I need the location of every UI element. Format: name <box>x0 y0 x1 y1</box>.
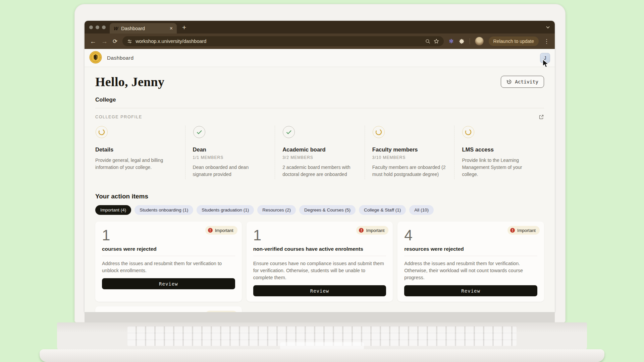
profile-item-members: 3/2 MEMBERS <box>282 155 357 160</box>
toolbar-divider <box>470 38 470 44</box>
app-header: Dashboard J <box>85 49 555 67</box>
profile-item-title: Dean <box>193 146 268 153</box>
action-card: Important 4 resources were rejected Addr… <box>397 222 544 302</box>
reload-icon[interactable]: ⟳ <box>113 39 117 44</box>
section-divider <box>95 108 544 108</box>
profile-item-description: 2 academic board members with doctoral d… <box>282 164 357 178</box>
profile-item-dean[interactable]: Dean 1/1 MEMBERS Dean onboarded and dean… <box>185 126 275 179</box>
badge-label: Important <box>215 228 233 233</box>
profile-item-description: Provide general, legal and billing infor… <box>95 157 178 171</box>
card-title: resources were rejected <box>404 246 537 256</box>
profile-item-description: Provide link to the Learning Management … <box>462 157 537 178</box>
profile-item-academic-board[interactable]: Academic board 3/2 MEMBERS 2 academic bo… <box>275 126 365 179</box>
page-content: Dashboard J Hello, Jenny Act <box>85 49 555 312</box>
bookmark-star-icon[interactable] <box>434 39 439 44</box>
card-title: non-verified courses have active enrolme… <box>253 246 386 256</box>
card-description: Ensure courses have no compliance issues… <box>253 260 386 281</box>
action-items-heading: Your action items <box>95 193 544 200</box>
important-badge: Important <box>356 226 388 235</box>
greeting-heading: Hello, Jenny <box>95 74 164 89</box>
screen-bottom-strip <box>85 312 555 322</box>
badge-label: Important <box>366 228 384 233</box>
college-profile-grid: Details Provide general, legal and billi… <box>95 126 544 179</box>
tab-favicon: W <box>114 26 118 31</box>
browser-window: W Dashboard × + ← → ⟳ workshop.x. <box>85 21 555 312</box>
action-cards-row-2: Important 12 <box>95 306 544 312</box>
filter-important[interactable]: Important (4) <box>95 205 131 215</box>
site-settings-icon[interactable] <box>127 39 132 44</box>
laptop-screen: W Dashboard × + ← → ⟳ workshop.x. <box>74 4 566 322</box>
badge-label: Important <box>517 228 536 233</box>
new-tab-button[interactable]: + <box>182 24 186 31</box>
extensions-puzzle-icon[interactable] <box>459 39 465 44</box>
profile-item-members: 1/1 MEMBERS <box>193 155 268 160</box>
relaunch-to-update-button[interactable]: Relaunch to update <box>489 37 539 46</box>
alert-icon <box>510 228 515 233</box>
progress-arc-icon <box>462 134 475 139</box>
alert-icon <box>208 228 213 233</box>
action-item-filters: Important (4) Students onboarding (1) St… <box>95 205 544 215</box>
card-description: Address the issues and resubmit them for… <box>102 260 235 274</box>
card-title: courses were rejected <box>102 246 235 256</box>
activity-button-label: Activity <box>515 79 538 84</box>
progress-arc-icon <box>95 134 108 139</box>
action-card-partial: Important 12 <box>95 306 242 312</box>
window-minimize-button[interactable] <box>96 25 99 29</box>
college-section-heading: College <box>95 97 544 103</box>
window-close-button[interactable] <box>89 25 93 29</box>
card-description: Address the issues and resubmit them for… <box>404 260 537 281</box>
profile-item-faculty-members[interactable]: Faculty members 3/10 MEMBERS Faculty mem… <box>365 126 454 179</box>
tab-close-icon[interactable]: × <box>170 26 173 31</box>
progress-arc-icon <box>372 134 385 139</box>
browser-profile-avatar[interactable] <box>475 37 484 46</box>
activity-button[interactable]: Activity <box>501 76 544 88</box>
profile-item-title: Academic board <box>282 146 357 153</box>
url-text[interactable]: workshop.x.university/dashboard <box>136 39 422 44</box>
alert-icon <box>359 228 364 233</box>
review-button[interactable]: Review <box>253 285 386 296</box>
profile-item-lms-access[interactable]: LMS access Provide link to the Learning … <box>454 126 544 179</box>
window-controls[interactable] <box>89 21 110 34</box>
important-badge: Important <box>205 226 237 235</box>
filter-all[interactable]: All (10) <box>409 205 434 215</box>
history-icon <box>506 79 512 84</box>
filter-college-staff[interactable]: College & Staff (1) <box>359 205 406 215</box>
university-seal-logo[interactable] <box>89 51 102 65</box>
back-icon[interactable]: ← <box>90 38 96 45</box>
profile-item-members: 3/10 MEMBERS <box>372 155 447 160</box>
laptop-front-edge <box>40 349 604 362</box>
laptop-base <box>57 322 587 351</box>
action-card: Important 1 courses were rejected Addres… <box>95 222 242 302</box>
important-badge: Important <box>507 226 540 235</box>
tab-title: Dashboard <box>121 26 166 31</box>
profile-item-description: Dean onboarded and dean signature provid… <box>193 164 268 178</box>
main-content: Hello, Jenny Activity College <box>85 67 555 312</box>
profile-item-title: Details <box>95 146 178 153</box>
forward-icon[interactable]: → <box>101 38 108 45</box>
filter-resources[interactable]: Resources (2) <box>257 205 296 215</box>
tab-search-chevron-icon[interactable] <box>546 26 550 29</box>
extension-flower-icon[interactable]: ✻ <box>449 39 453 44</box>
profile-item-title: Faculty members <box>372 146 447 153</box>
filter-students-graduation[interactable]: Students graduation (1) <box>197 205 254 215</box>
filter-students-onboarding[interactable]: Students onboarding (1) <box>135 205 193 215</box>
browser-tab-bar: W Dashboard × + <box>85 21 555 34</box>
open-college-profile-icon[interactable] <box>539 114 544 120</box>
address-bar[interactable]: workshop.x.university/dashboard <box>122 36 444 46</box>
check-circle-icon <box>193 134 206 139</box>
review-button[interactable]: Review <box>404 285 537 296</box>
browser-tab-dashboard[interactable]: W Dashboard × <box>110 23 177 34</box>
browser-toolbar: ← → ⟳ workshop.x.university/dashboard <box>85 34 555 49</box>
action-card: Important 1 non-verified courses have ac… <box>247 222 393 302</box>
browser-menu-icon[interactable]: ⋮ <box>544 39 549 44</box>
profile-item-title: LMS access <box>462 146 537 153</box>
review-button[interactable]: Review <box>102 278 235 289</box>
page-title: Dashboard <box>107 55 133 61</box>
filter-degrees-courses[interactable]: Degrees & Courses (5) <box>299 205 356 215</box>
college-profile-label: COLLEGE PROFILE <box>95 115 142 119</box>
profile-item-details[interactable]: Details Provide general, legal and billi… <box>95 126 185 179</box>
zoom-icon[interactable] <box>425 39 430 44</box>
profile-item-description: Faculty members are onboarded (2 must ho… <box>372 164 447 178</box>
action-cards-row: Important 1 courses were rejected Addres… <box>95 222 544 302</box>
window-maximize-button[interactable] <box>102 25 106 29</box>
